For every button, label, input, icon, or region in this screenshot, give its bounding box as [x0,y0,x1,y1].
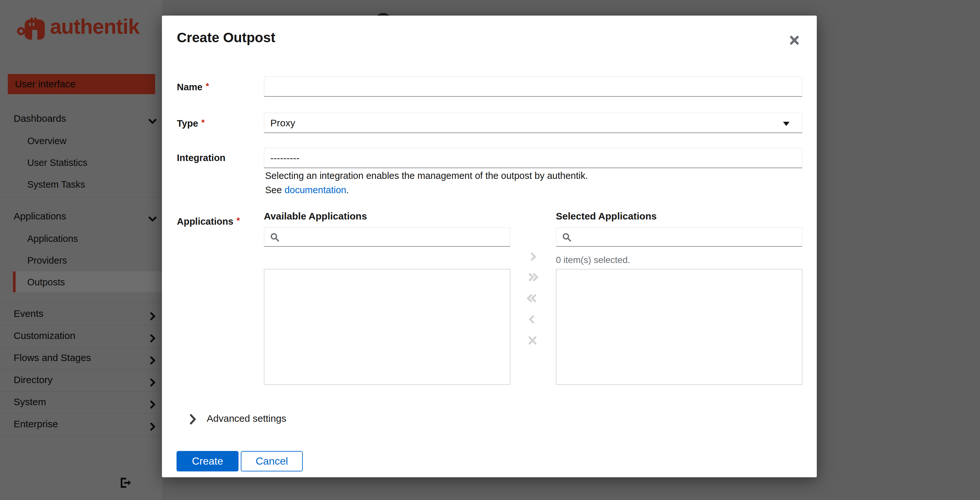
integration-select[interactable]: --------- [264,148,802,168]
screen: 1 - 1 of 1 Actions 1 [0,0,980,500]
documentation-link[interactable]: documentation [285,185,346,195]
applications-label: Applications* [177,216,261,227]
selected-count-status: 0 item(s) selected. [556,255,630,265]
remove-all-icon[interactable] [525,291,540,305]
add-all-icon[interactable] [525,270,540,284]
available-applications-list[interactable] [264,269,511,385]
remove-selected-icon[interactable] [525,312,540,326]
selected-applications-title: Selected Applications [556,211,657,222]
cancel-button[interactable]: Cancel [241,451,303,471]
integration-help-text: Selecting an integration enables the man… [265,170,588,181]
available-applications-title: Available Applications [264,211,367,222]
name-label: Name* [177,81,261,92]
create-button[interactable]: Create [177,451,239,471]
available-search-input[interactable] [264,227,511,247]
add-selected-icon[interactable] [525,249,540,264]
advanced-settings-toggle[interactable]: Advanced settings [207,412,286,425]
selected-search-input[interactable] [556,227,802,247]
search-icon [270,232,280,242]
search-icon [562,232,572,242]
selected-applications-list[interactable] [556,269,802,385]
name-input[interactable] [264,76,802,97]
create-outpost-modal: Create Outpost Name* Type* Proxy Integra… [162,16,817,477]
required-marker: * [206,81,209,91]
required-marker: * [237,216,240,225]
type-label: Type* [177,118,261,129]
caret-down-icon [783,122,789,126]
clear-selection-icon[interactable] [525,333,540,347]
expand-chevron-right-icon[interactable] [186,412,199,425]
required-marker: * [202,118,205,127]
integration-help-docs: See documentation. [265,185,349,196]
close-icon[interactable] [787,32,802,48]
integration-label: Integration [177,153,261,163]
modal-title: Create Outpost [177,30,275,45]
type-select[interactable]: Proxy [264,113,802,133]
